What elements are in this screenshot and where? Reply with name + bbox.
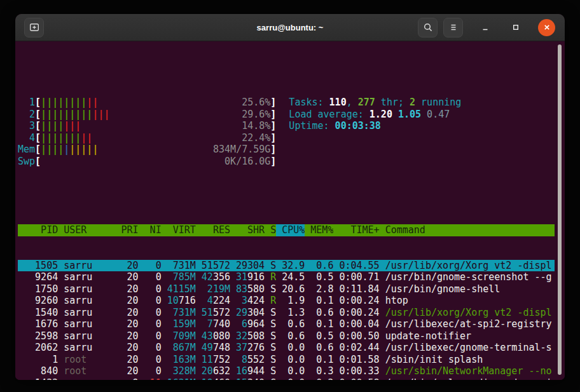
process-row-1676[interactable]: 1676 sarru 20 0 159M 7740 6964 S 0.6 0.1… [18,318,555,330]
cell-mem: 0.6 [310,260,333,272]
cell-cmd: /usr/libexec/at-spi2-registry [385,318,555,330]
cell-virt: 709M [167,330,196,342]
column-header-s[interactable]: S [270,224,276,236]
search-button[interactable] [418,18,438,37]
header-gap [265,224,270,236]
column-header-pri[interactable]: PRI [121,224,139,236]
cell-shr: 3424 [236,295,265,307]
scrollbar[interactable] [558,44,562,375]
column-header-ni[interactable]: NI [144,224,162,236]
menu-icon [448,22,459,32]
cell-s: S [270,342,276,354]
minimize-button[interactable] [477,19,494,36]
cell-res: 11752 [202,354,230,366]
column-header-shr[interactable]: SHR [236,224,265,236]
process-row-1432[interactable]: 1432 sarru 9 -11 1631M 19460 15340 S 0.0… [18,377,555,381]
cell-s: S [270,365,276,377]
process-row-2598[interactable]: 2598 sarru 20 0 709M 43080 32508 S 0.6 0… [18,330,555,342]
cpu4-meter: 4[|||||||||22.4%] [18,132,555,144]
process-row-1[interactable]: 1 root 20 0 163M 11752 8552 S 0.0 0.10:0… [18,354,555,366]
cell-virt: 785M [167,271,196,283]
cell-s: S [270,377,276,381]
process-row-1750[interactable]: 1750 sarru 20 0 4115M 219M 83580 S 20.6 … [18,283,555,295]
process-row-1505[interactable]: 1505 sarru 20 0 731M 51572 29304 S 32.9 … [18,260,555,272]
process-row-9264[interactable]: 9264 sarru 20 0 785M 42356 31916 R 24.5 … [18,271,555,283]
header-gap [162,224,167,236]
search-icon [423,22,433,32]
process-row-1540[interactable]: 1540 sarru 20 0 731M 51572 29304 S 1.3 0… [18,307,555,319]
cell-mem: 0.5 [310,330,333,342]
cpu1-meter-bars: |||||||||| [41,97,98,109]
cell-cpu: 32.9 [282,260,305,272]
cell-time: 0:11.84 [333,283,379,295]
cell-pid: 9260 [18,295,58,307]
cell-res: 20632 [202,365,230,377]
process-row-840[interactable]: 840 root 20 0 328M 20632 16944 S 0.0 0.3… [18,365,555,377]
column-header-mem[interactable]: MEM% [310,224,333,236]
column-header-time[interactable]: TIME+ [333,224,379,236]
cell-cpu: 0.0 [282,354,305,366]
cpu1-meter-value: 25.6% [242,97,270,109]
cell-user: sarru [64,283,115,295]
minimize-icon [480,22,490,32]
column-header-user[interactable]: USER [64,224,115,236]
process-row-2062[interactable]: 2062 sarru 20 0 867M 49748 37276 S 0.0 0… [18,342,555,354]
titlebar-controls [418,18,565,37]
swp-meter-track: 0K/16.0G [41,156,270,168]
cell-pri: 20 [121,295,139,307]
cell-pid: 1676 [18,318,58,330]
process-row-9260[interactable]: 9260 sarru 20 0 10716 4224 3424 R 1.9 0.… [18,295,555,307]
cell-ni: 0 [144,342,162,354]
cell-virt: 731M [167,260,196,272]
cell-s: S [270,330,276,342]
terminal-content: 1[||||||||||25.6%]Tasks: 110, 277 thr; 2… [15,41,565,380]
header-gap [58,224,64,236]
new-tab-button[interactable] [24,18,44,37]
swp-meter: Swp[0K/16.0G] [18,156,555,168]
cpu3-meter-label: 3 [18,120,35,132]
maximize-button[interactable] [508,19,524,36]
cpu3-meter-value: 14.8% [242,120,270,132]
terminal-window: sarru@ubuntu: ~ [15,14,565,380]
mem-meter-value: 834M/7.59G [213,144,270,156]
cell-res: 42356 [202,271,230,283]
cell-cpu: 1.3 [282,307,305,319]
cell-cpu: 1.9 [282,295,305,307]
cpu3-meter-bars: ||||||| [41,120,81,132]
column-header-cmd[interactable]: Command [385,224,555,236]
cell-mem: 0.5 [310,271,333,283]
cell-user: sarru [64,330,115,342]
cell-shr: 16944 [236,365,265,377]
cell-mem: 0.1 [310,295,333,307]
cell-cmd: /usr/bin/gnome-shell [385,283,555,295]
cell-ni: 0 [144,260,162,272]
close-icon [542,23,551,32]
titlebar: sarru@ubuntu: ~ [15,14,565,41]
cell-cmd: /usr/lib/xorg/Xorg vt2 -displ [385,307,555,319]
cpu3-meter-track: |||||||14.8% [41,120,270,132]
column-header-pid[interactable]: PID [18,224,58,236]
cell-pid: 1432 [18,377,58,381]
cell-user: sarru [64,318,115,330]
cell-cmd: /usr/sbin/NetworkManager --no [385,365,555,377]
cell-cpu: 0.0 [282,365,305,377]
cell-pri: 20 [121,365,139,377]
cell-s: R [270,295,276,307]
cell-mem: 0.6 [310,307,333,319]
cell-s: R [270,271,276,283]
cell-res: 49748 [202,342,230,354]
column-header-cpu[interactable]: CPU% [282,224,305,236]
cell-cpu: 20.6 [282,283,305,295]
cell-cpu: 0.0 [282,377,305,381]
cell-ni: 0 [144,365,162,377]
cell-ni: -11 [144,377,162,381]
close-button[interactable] [538,19,555,36]
cell-pid: 2062 [18,342,58,354]
column-header-virt[interactable]: VIRT [167,224,196,236]
tab-new-icon [29,22,39,32]
column-header-res[interactable]: RES [202,224,230,236]
cpu2-meter: 2[||||||||||||29.6%]Load average: 1.20 1… [18,109,555,121]
summary-line-1: Tasks: 110, 277 thr; 2 running [289,97,461,109]
cell-time: 0:00.04 [333,318,379,330]
menu-button[interactable] [443,18,463,37]
